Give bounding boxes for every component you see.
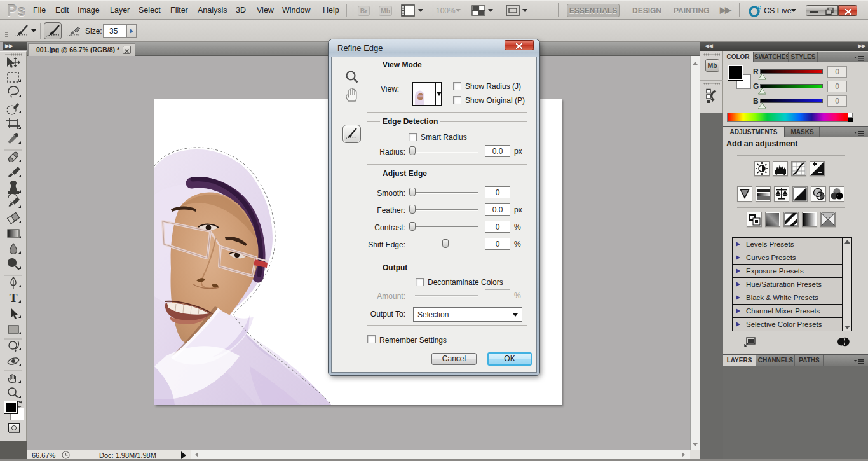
svg-text:T: T <box>10 291 18 305</box>
